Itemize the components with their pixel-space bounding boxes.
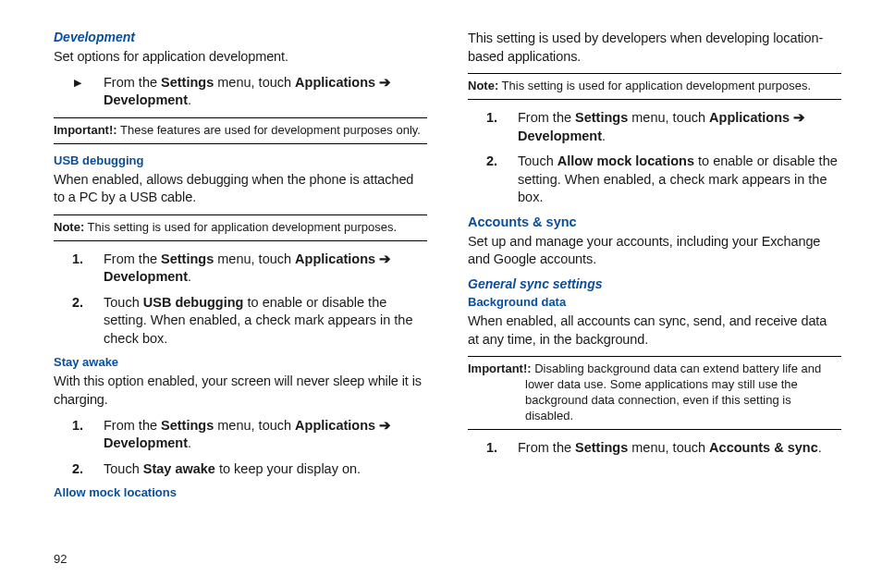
development-nav-list: ▶ From the Settings menu, touch Applicat… bbox=[54, 74, 427, 110]
note-box-mock: Note: This setting is used for applicati… bbox=[468, 73, 841, 100]
mock-steps: From the Settings menu, touch Applicatio… bbox=[468, 109, 841, 207]
heading-background-data: Background data bbox=[468, 295, 841, 309]
important-text: Disabling background data can extend bat… bbox=[525, 361, 821, 423]
usb-step-1: From the Settings menu, touch Applicatio… bbox=[91, 251, 427, 287]
stay-step-2: Touch Stay awake to keep your display on… bbox=[91, 460, 427, 479]
arrow-icon: ➔ bbox=[375, 75, 391, 90]
usb-steps: From the Settings menu, touch Applicatio… bbox=[54, 251, 427, 349]
arrow-icon: ➔ bbox=[790, 110, 805, 125]
nav-text: From the Settings menu, touch Applicatio… bbox=[104, 75, 391, 108]
stay-intro: With this option enabled, your screen wi… bbox=[54, 373, 427, 409]
note-label: Note: bbox=[54, 220, 84, 234]
arrow-icon: ➔ bbox=[375, 251, 391, 266]
mock-step-1: From the Settings menu, touch Applicatio… bbox=[505, 109, 841, 145]
development-nav-item: ▶ From the Settings menu, touch Applicat… bbox=[91, 74, 427, 110]
mock-intro: This setting is used by developers when … bbox=[468, 30, 841, 66]
stay-steps: From the Settings menu, touch Applicatio… bbox=[54, 417, 427, 479]
bgdata-intro: When enabled, all accounts can sync, sen… bbox=[468, 312, 841, 349]
note-label: Note: bbox=[468, 79, 498, 92]
heading-general-sync: General sync settings bbox=[468, 276, 841, 291]
note-text: This setting is used for application dev… bbox=[84, 220, 397, 234]
two-column-layout: Development Set options for application … bbox=[54, 30, 841, 529]
heading-development: Development bbox=[54, 30, 427, 44]
important-text: These features are used for development … bbox=[117, 123, 421, 137]
usb-step-2: Touch USB debugging to enable or disable… bbox=[91, 294, 427, 349]
heading-mock-locations: Allow mock locations bbox=[54, 485, 427, 499]
page-number: 92 bbox=[54, 552, 67, 566]
usb-intro: When enabled, allows debugging when the … bbox=[54, 171, 427, 207]
important-label: Important!: bbox=[54, 123, 117, 137]
heading-accounts-sync: Accounts & sync bbox=[468, 214, 841, 229]
note-box-usb: Note: This setting is used for applicati… bbox=[54, 214, 427, 241]
heading-stay-awake: Stay awake bbox=[54, 355, 427, 369]
important-box-development: Important!: These features are used for … bbox=[54, 117, 427, 144]
stay-step-1: From the Settings menu, touch Applicatio… bbox=[91, 417, 427, 453]
manual-page: Development Set options for application … bbox=[0, 0, 882, 588]
development-intro: Set options for application development. bbox=[54, 48, 427, 67]
triangle-bullet-icon: ▶ bbox=[74, 76, 81, 90]
important-label: Important!: bbox=[468, 361, 532, 375]
bgdata-step-1: From the Settings menu, touch Accounts &… bbox=[505, 439, 841, 458]
note-text: This setting is used for application dev… bbox=[498, 79, 811, 92]
heading-usb-debugging: USB debugging bbox=[54, 153, 427, 167]
arrow-icon: ➔ bbox=[375, 418, 391, 433]
mock-step-2: Touch Allow mock locations to enable or … bbox=[505, 153, 841, 207]
important-box-bgdata: Important!: Disabling background data ca… bbox=[468, 356, 841, 430]
bgdata-steps: From the Settings menu, touch Accounts &… bbox=[468, 439, 841, 458]
accounts-intro: Set up and manage your accounts, includi… bbox=[468, 233, 841, 269]
